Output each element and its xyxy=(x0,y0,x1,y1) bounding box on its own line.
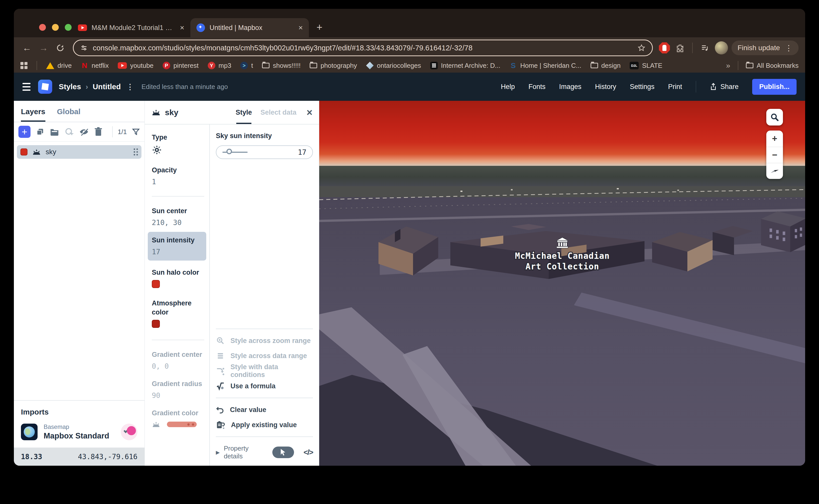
tab-layers[interactable]: Layers xyxy=(21,107,45,122)
prop-type[interactable]: Type xyxy=(152,133,204,157)
bookmark-star-icon[interactable] xyxy=(638,44,646,52)
breadcrumb-style-name[interactable]: Untitled xyxy=(93,82,121,91)
finish-update-button[interactable]: Finish update ⋮ xyxy=(732,41,799,55)
apply-existing-value-button[interactable]: Apply existing value xyxy=(216,417,313,432)
delete-layer-trash-icon[interactable] xyxy=(94,127,103,137)
bookmark-t[interactable]: > t xyxy=(240,62,253,70)
property-details-toggle[interactable]: Property details xyxy=(224,445,268,460)
tab-mapbox[interactable]: Untitled | Mapbox × xyxy=(190,18,309,37)
prop-gradient-center[interactable]: Gradient center 0, 0 xyxy=(152,350,204,370)
prop-gradient-radius[interactable]: Gradient radius 90 xyxy=(152,380,204,400)
expand-triangle-icon[interactable]: ▶ xyxy=(216,449,220,455)
back-icon[interactable]: ← xyxy=(20,41,34,54)
close-panel-icon[interactable]: × xyxy=(306,107,312,118)
option-style-across-data[interactable]: Style across data range xyxy=(216,348,313,363)
tab-select-data[interactable]: Select data xyxy=(260,109,296,116)
slider-value[interactable]: 17 xyxy=(298,148,306,156)
add-layer-button[interactable]: + xyxy=(18,126,30,138)
nav-print[interactable]: Print xyxy=(668,83,682,91)
prop-opacity[interactable]: Opacity 1 xyxy=(152,166,204,186)
nav-help[interactable]: Help xyxy=(501,83,515,91)
all-bookmarks-button[interactable]: All Bookmarks xyxy=(746,62,799,70)
tab-close-icon[interactable]: × xyxy=(298,23,303,32)
nav-fonts[interactable]: Fonts xyxy=(529,83,546,91)
style-menu-icon[interactable]: ⋮ xyxy=(126,82,134,91)
atmosphere-color-swatch[interactable] xyxy=(152,320,160,328)
maximize-window-button[interactable] xyxy=(65,24,72,31)
edited-status: Edited less than a minute ago xyxy=(141,83,228,91)
minimize-window-button[interactable] xyxy=(52,24,59,31)
nav-settings[interactable]: Settings xyxy=(630,83,655,91)
bookmark-pinterest[interactable]: P pinterest xyxy=(163,62,199,70)
reload-icon[interactable] xyxy=(54,41,67,54)
select-on-map-icon[interactable] xyxy=(64,127,74,137)
option-style-with-conditions[interactable]: Style with data conditions xyxy=(216,363,313,379)
zoom-out-button[interactable]: − xyxy=(766,147,783,163)
tab-close-icon[interactable]: × xyxy=(180,23,184,32)
prop-gradient-color[interactable]: Gradient color xyxy=(152,409,204,428)
publish-button[interactable]: Publish... xyxy=(752,79,797,95)
sun-intensity-slider[interactable]: 17 xyxy=(216,145,313,159)
sun-halo-color-swatch[interactable] xyxy=(152,280,160,288)
map-search-button[interactable] xyxy=(766,109,783,125)
map-canvas[interactable]: McMichael Canadian Art Collection + − xyxy=(319,101,805,466)
sky-properties-panel: sky Style Select data × Type Opacity 1 xyxy=(145,101,319,466)
layer-row-sky[interactable]: sky xyxy=(17,145,141,159)
duplicate-layer-icon[interactable] xyxy=(36,127,45,136)
cursor-mode-button[interactable] xyxy=(272,447,294,458)
basemap-import-row[interactable]: Basemap Mapbox Standard xyxy=(21,423,137,440)
zoom-in-button[interactable]: + xyxy=(766,131,783,147)
option-style-across-zoom[interactable]: Style across zoom range xyxy=(216,333,313,348)
prop-sun-halo-color[interactable]: Sun halo color xyxy=(152,268,204,290)
tab-youtube[interactable]: M&M Module2 Tutorial1 – You × xyxy=(72,18,190,37)
url-bar[interactable]: console.mapbox.com/studio/styles/monatgn… xyxy=(73,40,653,56)
bookmark-youtube[interactable]: youtube xyxy=(118,62,153,70)
tab-title: M&M Module2 Tutorial1 – You xyxy=(91,24,175,32)
profile-avatar[interactable] xyxy=(715,41,728,54)
bookmark-ontariocolleges[interactable]: ontariocolleges xyxy=(366,62,421,70)
group-layers-folder-icon[interactable] xyxy=(50,128,59,136)
basemap-status-badge[interactable] xyxy=(121,424,137,440)
code-view-icon[interactable]: </> xyxy=(303,448,313,457)
bookmark-folder-shows[interactable]: shows!!!!! xyxy=(262,62,300,70)
slider-track[interactable] xyxy=(222,152,248,153)
clipboard-apply-icon xyxy=(216,420,225,430)
compass-button[interactable] xyxy=(766,163,783,179)
adblock-extension-icon[interactable] xyxy=(659,42,670,53)
nav-history[interactable]: History xyxy=(595,83,616,91)
menu-hamburger-icon[interactable] xyxy=(22,83,30,91)
forward-icon[interactable]: → xyxy=(37,41,50,54)
apps-grid-icon[interactable] xyxy=(20,62,27,69)
tab-style[interactable]: Style xyxy=(236,109,252,116)
studio-app-icon[interactable] xyxy=(38,80,52,94)
hide-layer-eye-off-icon[interactable] xyxy=(79,127,89,136)
browser-menu-icon[interactable]: ⋮ xyxy=(785,44,793,52)
slider-handle[interactable] xyxy=(226,149,232,154)
prop-sun-center[interactable]: Sun center 210, 30 xyxy=(152,207,204,227)
drag-handle[interactable] xyxy=(134,148,138,155)
bookmark-folder-design[interactable]: design xyxy=(591,62,621,70)
breadcrumb-styles[interactable]: Styles xyxy=(59,82,81,91)
option-use-formula[interactable]: Use a formula xyxy=(216,379,313,394)
bookmark-slate[interactable]: D2L SLATE xyxy=(630,62,662,70)
bookmark-netflix[interactable]: N netflix xyxy=(81,62,109,70)
new-tab-button[interactable]: + xyxy=(312,20,326,34)
prop-atmosphere-color[interactable]: Atmosphere color xyxy=(152,299,204,329)
site-settings-icon[interactable] xyxy=(80,44,88,52)
bookmarks-overflow-icon[interactable]: » xyxy=(726,61,730,70)
extensions-puzzle-icon[interactable] xyxy=(674,41,687,54)
bookmark-folder-photography[interactable]: photography xyxy=(310,62,357,70)
share-button[interactable]: Share xyxy=(710,83,739,91)
media-playlist-icon[interactable] xyxy=(698,41,711,54)
bookmark-sheridan[interactable]: S Home | Sheridan C... xyxy=(509,62,581,70)
youtube-icon xyxy=(118,62,127,69)
prop-sun-intensity[interactable]: Sun intensity 17 xyxy=(148,232,206,261)
nav-images[interactable]: Images xyxy=(559,83,582,91)
bookmark-internet-archive[interactable]: Internet Archive: D... xyxy=(430,62,501,70)
close-window-button[interactable] xyxy=(39,24,46,31)
tab-global[interactable]: Global xyxy=(57,107,80,122)
filter-layers-icon[interactable] xyxy=(132,128,140,136)
bookmark-drive[interactable]: drive xyxy=(46,62,72,70)
bookmark-mp3[interactable]: Y mp3 xyxy=(208,62,231,70)
clear-value-button[interactable]: Clear value xyxy=(216,402,313,417)
